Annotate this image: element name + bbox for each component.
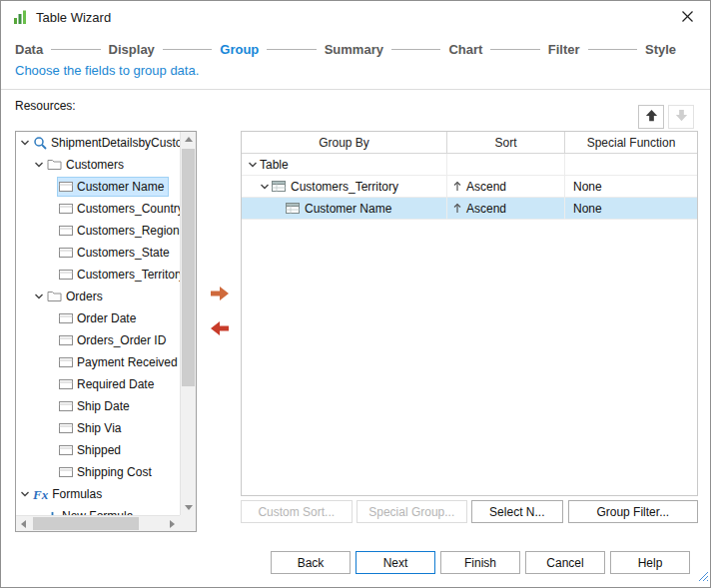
folder-icon bbox=[47, 159, 62, 171]
tree-item-label: Formulas bbox=[52, 487, 102, 501]
special-function-cell[interactable] bbox=[565, 154, 697, 175]
select-n-button[interactable]: Select N... bbox=[471, 500, 563, 523]
finish-button[interactable]: Finish bbox=[440, 551, 520, 574]
horizontal-scroll-thumb[interactable] bbox=[33, 517, 139, 530]
tree-item-customers[interactable]: Customers bbox=[16, 154, 180, 176]
special-group-button[interactable]: Special Group... bbox=[356, 500, 468, 523]
resize-grip[interactable] bbox=[697, 568, 709, 586]
add-field-icon bbox=[209, 285, 231, 306]
group-row-table[interactable]: Table bbox=[242, 154, 697, 176]
special-function-label: None bbox=[573, 180, 602, 194]
tree-item-customers-country[interactable]: Customers_Country bbox=[16, 198, 180, 220]
group-icon bbox=[272, 181, 286, 192]
tree-node[interactable]: Customers_Region bbox=[58, 222, 180, 240]
titlebar: Table Wizard bbox=[1, 1, 710, 33]
chevron-down-icon[interactable] bbox=[32, 292, 46, 301]
scroll-up-icon[interactable] bbox=[181, 132, 196, 147]
group-row-customer-name[interactable]: Customer NameAscendNone bbox=[242, 198, 697, 220]
move-down-button[interactable] bbox=[668, 105, 694, 129]
move-up-icon bbox=[644, 108, 659, 126]
add-field-button[interactable] bbox=[207, 284, 233, 307]
wizard-step-group[interactable]: Group bbox=[220, 42, 259, 57]
tree-node[interactable]: Ship Via bbox=[58, 419, 125, 437]
tree-item-customer-name[interactable]: Customer Name bbox=[16, 176, 180, 198]
back-button[interactable]: Back bbox=[271, 551, 351, 574]
sort-cell[interactable]: Ascend bbox=[447, 198, 565, 219]
sort-ascend-icon bbox=[453, 203, 461, 214]
next-button[interactable]: Next bbox=[356, 551, 435, 574]
tree-item-new-formula[interactable]: New Formula bbox=[16, 505, 180, 515]
tree-node[interactable]: Customers_Country bbox=[58, 200, 180, 218]
tree-node[interactable]: Customers_Territory bbox=[58, 266, 180, 284]
wizard-step-style[interactable]: Style bbox=[645, 42, 676, 57]
chevron-down-icon[interactable] bbox=[32, 160, 46, 170]
tree-node[interactable]: Payment Received bbox=[58, 353, 180, 371]
transfer-controls bbox=[206, 284, 234, 342]
group-by-cell: Customers_Territory bbox=[242, 176, 447, 197]
tree-node[interactable]: FxFormulas bbox=[32, 485, 106, 503]
tree-item-order-date[interactable]: Order Date bbox=[16, 307, 180, 329]
scroll-down-icon[interactable] bbox=[181, 500, 196, 515]
tree-item-shipped[interactable]: Shipped bbox=[16, 439, 180, 461]
query-icon bbox=[33, 136, 47, 150]
scroll-right-icon[interactable] bbox=[165, 516, 180, 531]
tree-item-shipping-cost[interactable]: Shipping Cost bbox=[16, 461, 180, 483]
chevron-down-icon[interactable] bbox=[258, 182, 272, 192]
wizard-step-display[interactable]: Display bbox=[109, 42, 155, 57]
sort-cell[interactable] bbox=[447, 154, 565, 175]
tree-node[interactable]: Customers_State bbox=[58, 244, 174, 262]
group-table: Group BySortSpecial Function TableCustom… bbox=[241, 131, 698, 496]
help-button[interactable]: Help bbox=[610, 551, 690, 574]
tree-item-orders[interactable]: Orders bbox=[16, 286, 180, 307]
special-function-cell[interactable]: None bbox=[565, 198, 697, 219]
tree-item-formulas[interactable]: FxFormulas bbox=[16, 483, 180, 505]
custom-sort-button[interactable]: Custom Sort... bbox=[241, 500, 353, 523]
special-function-cell[interactable]: None bbox=[565, 176, 697, 197]
chevron-down-icon[interactable] bbox=[18, 138, 32, 148]
group-row-customers-territory[interactable]: Customers_TerritoryAscendNone bbox=[242, 176, 697, 198]
wizard-step-summary[interactable]: Summary bbox=[325, 42, 383, 57]
tree-item-customers-state[interactable]: Customers_State bbox=[16, 242, 180, 264]
move-up-button[interactable] bbox=[638, 105, 664, 129]
tree-node[interactable]: New Formula bbox=[46, 507, 137, 515]
chevron-down-icon[interactable] bbox=[18, 489, 32, 499]
remove-field-button[interactable] bbox=[207, 318, 233, 342]
field-icon bbox=[59, 401, 73, 411]
tree-item-ship-date[interactable]: Ship Date bbox=[16, 395, 180, 417]
tree-node[interactable]: Order Date bbox=[58, 309, 140, 327]
vertical-scroll-thumb[interactable] bbox=[182, 149, 195, 386]
tree-node[interactable]: Customers bbox=[46, 156, 128, 174]
tree-horizontal-scrollbar[interactable] bbox=[16, 515, 180, 531]
tree-item-ship-via[interactable]: Ship Via bbox=[16, 417, 180, 439]
close-button[interactable] bbox=[672, 5, 702, 29]
tree-item-shipmentdetailsbycustom[interactable]: ShipmentDetailsbyCustom bbox=[16, 132, 180, 154]
remove-field-icon bbox=[209, 319, 231, 341]
tree-item-label: Customers_Region bbox=[77, 224, 180, 238]
tree-selected-node[interactable]: Customer Name bbox=[58, 178, 168, 196]
tree-node[interactable]: Ship Date bbox=[58, 397, 134, 415]
tree-node[interactable]: Orders bbox=[46, 288, 107, 305]
wizard-step-data[interactable]: Data bbox=[15, 42, 43, 57]
group-table-header: Group BySortSpecial Function bbox=[242, 132, 697, 154]
wizard-step-chart[interactable]: Chart bbox=[448, 42, 482, 57]
tree-vertical-scrollbar[interactable] bbox=[180, 132, 196, 515]
tree-item-label: Order Date bbox=[77, 311, 136, 325]
tree-node[interactable]: ShipmentDetailsbyCustom bbox=[32, 134, 180, 152]
cancel-button[interactable]: Cancel bbox=[525, 551, 605, 574]
tree-item-payment-received[interactable]: Payment Received bbox=[16, 351, 180, 373]
tree-item-customers-territory[interactable]: Customers_Territory bbox=[16, 264, 180, 286]
tree-item-orders-order-id[interactable]: Orders_Order ID bbox=[16, 329, 180, 351]
chevron-down-icon[interactable] bbox=[246, 160, 260, 170]
scroll-left-icon[interactable] bbox=[16, 516, 31, 531]
field-icon bbox=[59, 270, 73, 280]
tree-node[interactable]: Shipped bbox=[58, 441, 125, 459]
sort-label: Ascend bbox=[466, 202, 506, 216]
sort-cell[interactable]: Ascend bbox=[447, 176, 565, 197]
tree-node[interactable]: Required Date bbox=[58, 375, 158, 393]
tree-node[interactable]: Shipping Cost bbox=[58, 463, 156, 481]
tree-node[interactable]: Orders_Order ID bbox=[58, 331, 170, 349]
tree-item-required-date[interactable]: Required Date bbox=[16, 373, 180, 395]
wizard-step-filter[interactable]: Filter bbox=[548, 42, 580, 57]
group-filter-button[interactable]: Group Filter... bbox=[568, 500, 698, 523]
tree-item-customers-region[interactable]: Customers_Region bbox=[16, 220, 180, 242]
